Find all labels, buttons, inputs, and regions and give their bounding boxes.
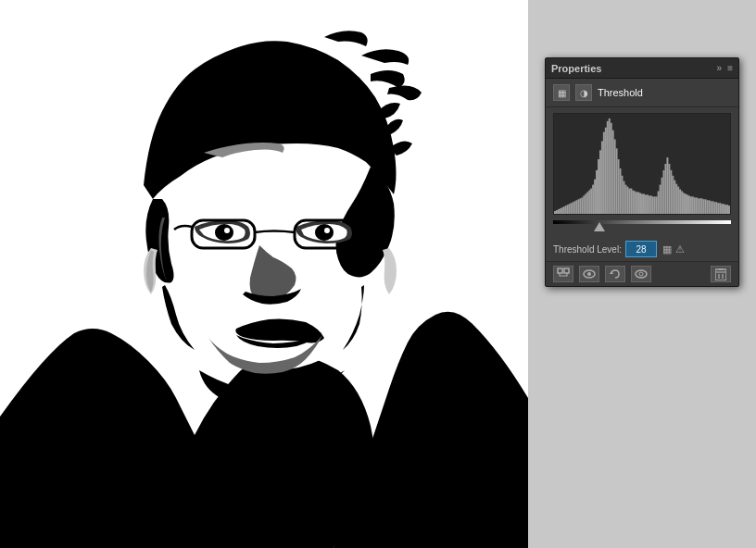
svg-rect-11 — [558, 209, 560, 214]
threshold-level-input[interactable] — [625, 241, 657, 257]
svg-rect-73 — [670, 170, 672, 214]
svg-rect-46 — [621, 176, 623, 214]
panel-titlebar: Properties » ≡ — [546, 58, 738, 79]
warning-icon: ⚠ — [675, 243, 685, 255]
layer-name: Threshold — [598, 87, 643, 98]
expand-icon[interactable]: » — [717, 63, 723, 73]
svg-rect-22 — [577, 199, 579, 214]
svg-rect-97 — [713, 202, 715, 214]
svg-rect-103 — [724, 205, 726, 214]
svg-rect-61 — [649, 195, 650, 214]
svg-rect-53 — [634, 191, 636, 214]
menu-icon[interactable]: ≡ — [727, 63, 733, 73]
svg-rect-32 — [596, 170, 598, 214]
svg-rect-38 — [607, 121, 609, 214]
svg-rect-77 — [677, 187, 679, 214]
svg-rect-10 — [556, 210, 558, 214]
svg-rect-63 — [652, 196, 654, 214]
svg-rect-91 — [703, 199, 705, 214]
panel-toolbar — [546, 261, 738, 286]
layer-visibility-icon[interactable]: ◑ — [575, 84, 592, 101]
svg-rect-44 — [618, 159, 620, 214]
svg-rect-80 — [683, 193, 685, 214]
svg-rect-64 — [654, 196, 656, 214]
svg-rect-40 — [611, 123, 612, 214]
svg-rect-33 — [598, 159, 599, 214]
svg-rect-67 — [660, 185, 662, 214]
svg-rect-36 — [603, 132, 605, 214]
svg-rect-98 — [715, 202, 717, 214]
svg-rect-60 — [647, 194, 649, 214]
svg-rect-90 — [701, 198, 703, 214]
svg-rect-87 — [696, 197, 698, 214]
svg-rect-85 — [692, 196, 694, 214]
svg-rect-16 — [567, 205, 569, 214]
svg-rect-107 — [564, 268, 569, 273]
svg-rect-92 — [705, 199, 707, 214]
svg-rect-17 — [569, 204, 571, 214]
svg-rect-83 — [688, 195, 690, 214]
svg-rect-76 — [675, 184, 677, 214]
svg-rect-24 — [581, 197, 583, 214]
svg-point-109 — [587, 272, 591, 276]
layer-type-icon1[interactable]: ▦ — [553, 84, 570, 101]
svg-rect-66 — [658, 191, 660, 214]
svg-rect-19 — [573, 202, 574, 214]
titlebar-icons: » ≡ — [717, 63, 733, 73]
svg-rect-34 — [599, 150, 601, 214]
svg-rect-29 — [590, 189, 592, 214]
svg-rect-58 — [643, 193, 645, 214]
slider-track — [553, 220, 731, 224]
svg-rect-68 — [662, 178, 663, 214]
svg-rect-52 — [632, 190, 634, 214]
svg-rect-47 — [623, 181, 624, 214]
portrait-container — [0, 0, 528, 548]
toolbar-clip-btn[interactable] — [553, 266, 573, 282]
svg-rect-57 — [641, 193, 643, 214]
svg-rect-20 — [574, 201, 576, 214]
svg-rect-79 — [681, 191, 683, 214]
toolbar-undo-btn[interactable] — [605, 266, 625, 282]
svg-rect-100 — [719, 203, 721, 214]
svg-point-3 — [224, 228, 230, 233]
svg-rect-104 — [726, 205, 728, 214]
svg-rect-69 — [663, 170, 665, 214]
svg-rect-26 — [585, 193, 586, 214]
svg-rect-15 — [565, 206, 567, 214]
properties-panel: Properties » ≡ ▦ ◑ Threshold — [545, 57, 739, 287]
svg-rect-88 — [698, 198, 699, 214]
portrait-svg — [0, 0, 528, 548]
svg-rect-81 — [685, 193, 687, 214]
panel-title: Properties — [551, 63, 601, 74]
svg-rect-78 — [679, 189, 681, 214]
threshold-icons: ▦ ⚠ — [662, 243, 685, 255]
slider-thumb[interactable] — [594, 222, 605, 231]
svg-rect-28 — [588, 190, 590, 214]
svg-rect-30 — [592, 185, 594, 214]
toolbar-eye2-btn[interactable] — [631, 266, 651, 282]
svg-rect-55 — [637, 192, 639, 214]
toolbar-delete-btn[interactable] — [711, 266, 731, 282]
svg-rect-106 — [558, 268, 562, 273]
svg-rect-71 — [666, 157, 668, 214]
svg-rect-14 — [563, 206, 565, 214]
svg-rect-43 — [616, 148, 618, 214]
svg-point-4 — [315, 224, 334, 241]
histogram-area — [553, 113, 731, 215]
svg-point-110 — [636, 270, 647, 278]
threshold-slider-row[interactable] — [546, 220, 738, 235]
histogram-icon: ▦ — [662, 243, 672, 255]
panel-header: ▦ ◑ Threshold — [546, 79, 738, 107]
svg-rect-25 — [583, 195, 585, 214]
svg-rect-82 — [687, 194, 688, 214]
svg-rect-59 — [645, 194, 647, 214]
svg-rect-112 — [715, 269, 726, 280]
svg-rect-27 — [586, 192, 588, 214]
toolbar-eye-btn[interactable] — [579, 266, 599, 282]
svg-rect-70 — [664, 164, 666, 214]
svg-rect-12 — [560, 208, 561, 214]
svg-rect-94 — [708, 200, 710, 214]
svg-rect-45 — [620, 168, 622, 214]
svg-rect-18 — [571, 203, 573, 214]
canvas-background: Properties » ≡ ▦ ◑ Threshold — [0, 0, 756, 548]
